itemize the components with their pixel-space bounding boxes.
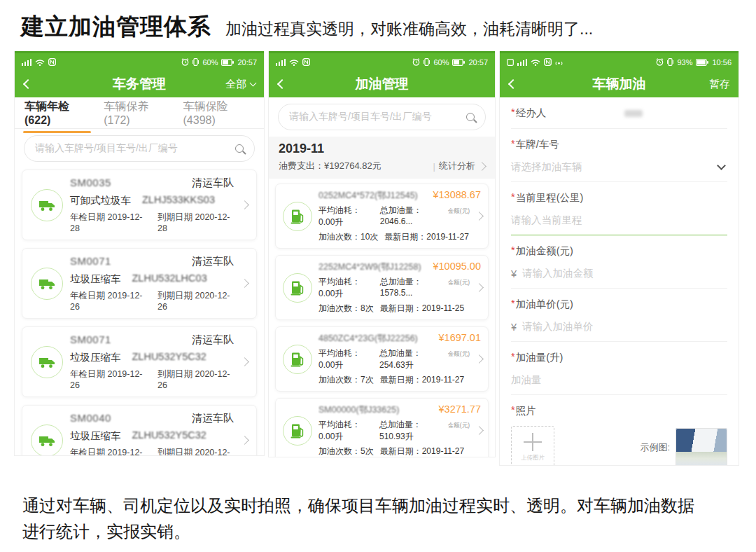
signal-icon — [22, 59, 31, 66]
vehicle-id: SM0071 — [70, 333, 111, 347]
wifi-icon — [35, 59, 45, 66]
status-bar: 60% 20:57 — [269, 51, 495, 71]
nfc-icon — [544, 58, 552, 66]
inspection-date: 年检日期 2019-12-23 — [70, 447, 146, 456]
total-fuel: 总加油量：2046.6... — [380, 205, 442, 226]
vehicle-plate: ZLHU532LHC03 — [132, 272, 207, 286]
plate-select[interactable]: 请选择加油车辆 — [511, 151, 727, 182]
battery-percent: 60% — [433, 58, 449, 67]
yuan-prefix: ¥ — [511, 322, 517, 333]
yuan-prefix: ¥ — [511, 268, 517, 280]
fuel-pump-icon — [283, 202, 312, 231]
fuel-record-card[interactable]: 4850ZC4*23G(鄂J22256) ¥1697.01 平均油耗：0.00升… — [275, 326, 489, 392]
mileage-input[interactable]: 请输入当前里程 — [511, 205, 727, 235]
vehicle-type: 垃圾压缩车 — [70, 272, 121, 286]
sample-image-label: 示例图: — [640, 441, 670, 454]
save-draft-label: 暂存 — [709, 78, 730, 91]
signal-icon — [276, 59, 286, 66]
stats-analysis-link[interactable]: | 统计分析 — [433, 160, 485, 172]
amount-placeholder: 请输入加油金额 — [522, 267, 594, 280]
nfc-icon — [302, 58, 310, 66]
nav-bar: 车辆加油 暂存 — [500, 71, 738, 97]
record-vehicle-id: 2252MC4*2W9(鄂J12258) — [318, 261, 421, 273]
tab-bar: 车辆年检(622) 车辆保养(172) 车辆保险(4398) — [15, 97, 264, 129]
tab-annual-inspection[interactable]: 车辆年检(622) — [24, 92, 90, 134]
tab-maintenance[interactable]: 车辆保养(172) — [104, 92, 169, 134]
nfc-icon — [48, 58, 56, 66]
chevron-down-icon — [250, 79, 257, 86]
amount-input[interactable]: ¥ 请输入加油金额 — [511, 258, 727, 289]
plate-label: * 车牌/车号 — [511, 129, 727, 151]
price-label: * 加油单价(元) — [511, 289, 727, 311]
search-input[interactable]: 请输入车牌号/项目车号/出厂编号 — [24, 135, 255, 162]
search-input[interactable]: 请输入车牌号/项目车号/出厂编号 — [278, 104, 486, 130]
vehicle-team: 清运车队 — [192, 412, 234, 425]
clock-time: 20:57 — [237, 58, 257, 67]
fuel-expense: 油费支出：¥192764.82元 — [279, 160, 382, 172]
phone-vehicle-management: 60% 20:57 车务管理 全部 车辆年检(622) 车辆保养(172) 车辆… — [14, 51, 265, 456]
chevron-right-icon — [477, 162, 486, 171]
phone-fuel-management: 60% 20:57 加油管理 请输入车牌号/项目车号/出厂编号 2019-11 … — [268, 51, 496, 457]
total-fuel: 总加油量：1578.5... — [380, 276, 442, 298]
agent-value-redacted — [624, 110, 643, 117]
nav-bar: 加油管理 — [269, 71, 495, 97]
expire-date: 到期日期 2020-12-28 — [158, 212, 234, 233]
expire-date: 到期日期 2020-12-23 — [158, 447, 234, 456]
fuel-record-card[interactable]: 0252MC4*572(鄂J12545) ¥13088.67 平均油耗：0.00… — [275, 184, 489, 249]
wifi-icon — [531, 59, 540, 66]
required-mark: * — [511, 106, 515, 120]
month-label: 2019-11 — [279, 142, 485, 156]
chevron-down-icon — [717, 161, 726, 170]
vehicle-plate: ZLHU532Y5C32 — [132, 429, 206, 443]
amount-label: * 加油金额(元) — [511, 235, 727, 258]
total-fuel: 总加油量：254.63升 — [379, 347, 442, 371]
vehicle-card[interactable]: SM0035 清运车队 可卸式垃圾车 ZLHJ533KKS03 年检日期 201… — [22, 170, 257, 240]
vehicle-card[interactable]: SM0071 清运车队 垃圾压缩车 ZLHU532LHC03 年检日期 2019… — [22, 248, 257, 319]
latest-date: 最新日期：2019-11-27 — [380, 446, 465, 457]
required-mark: * — [511, 191, 515, 205]
field-agent: * 经办人 — [511, 97, 727, 129]
clock-time: 10:56 — [712, 58, 732, 67]
vehicle-card[interactable]: SM0040 清运车队 垃圾压缩车 ZLHU532Y5C32 年检日期 2019… — [22, 405, 257, 456]
sample-truck-photo — [676, 428, 727, 466]
vehicle-card[interactable]: SM0071 清运车队 垃圾压缩车 ZLHU532Y5C32 年检日期 2019… — [22, 326, 257, 397]
fuel-record-card[interactable]: 2252MC4*2W9(鄂J12258) ¥10095.00 平均油耗：0.00… — [275, 255, 489, 320]
divider: | — [433, 161, 435, 172]
fuel-pump-icon — [283, 273, 312, 303]
status-bar: 93% 10:56 — [500, 51, 738, 71]
vehicle-id: SM0071 — [70, 255, 111, 268]
fuel-pump-icon — [283, 416, 312, 446]
filter-all-button[interactable]: 全部 — [225, 78, 255, 91]
required-mark: * — [511, 244, 515, 258]
vehicle-team: 清运车队 — [192, 177, 234, 190]
vehicle-type: 垃圾压缩车 — [70, 429, 121, 443]
fuel-record-list: 0252MC4*572(鄂J12545) ¥13088.67 平均油耗：0.00… — [269, 179, 495, 457]
truck-icon — [31, 268, 63, 300]
search-icon[interactable] — [235, 144, 244, 153]
price-input[interactable]: ¥ 请输入加油单价 — [511, 311, 727, 342]
battery-icon — [221, 59, 234, 66]
record-vehicle-id: 4850ZC4*23G(鄂J22256) — [318, 333, 418, 345]
vehicle-type: 垃圾压缩车 — [70, 351, 121, 364]
search-icon[interactable] — [466, 113, 475, 121]
nav-title: 加油管理 — [269, 75, 495, 93]
avg-consumption: 平均油耗：0.00升 — [318, 347, 373, 371]
truck-icon — [31, 425, 63, 457]
tab-insurance[interactable]: 车辆保险(4398) — [183, 92, 254, 134]
signal-icon — [517, 59, 527, 66]
fuel-count: 加油次数：8次 — [318, 303, 374, 315]
search-placeholder: 请输入车牌号/项目车号/出厂编号 — [289, 111, 432, 123]
volume-input[interactable]: 加油量 — [511, 364, 727, 395]
vehicle-id: SM0035 — [70, 177, 111, 190]
upload-photo-button[interactable]: 上传图片 — [511, 426, 554, 466]
battery-percent: 60% — [202, 58, 218, 67]
vehicle-plate: ZLHJ533KKS03 — [142, 194, 215, 207]
save-draft-button[interactable]: 暂存 — [709, 78, 730, 91]
volume-placeholder: 加油量 — [511, 373, 542, 387]
record-amount: ¥1697.01 — [439, 332, 481, 343]
truck-icon — [31, 346, 63, 378]
required-mark: * — [511, 404, 515, 418]
agent-label: * 经办人 — [511, 106, 546, 120]
fuel-record-card[interactable]: SM00000(鄂J33625) ¥3271.77 平均油耗：0.00升 总加油… — [275, 398, 489, 457]
vehicle-type: 可卸式垃圾车 — [70, 194, 131, 207]
